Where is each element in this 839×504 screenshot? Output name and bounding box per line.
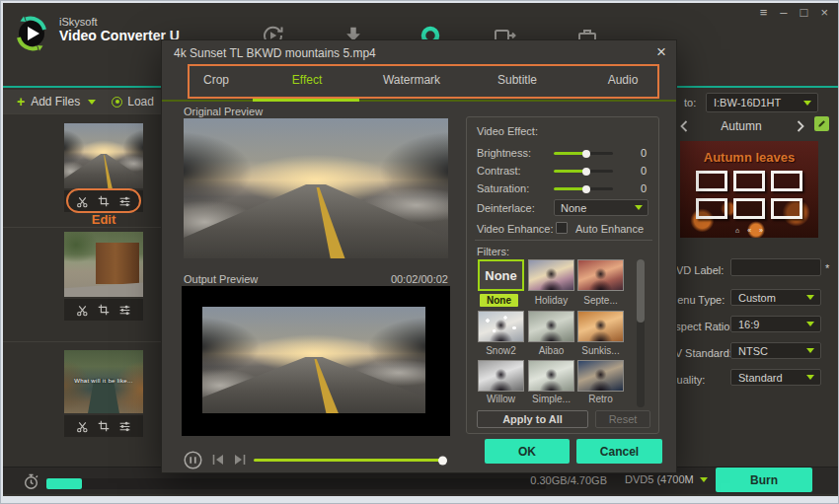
load-button[interactable]: Load [127,95,154,108]
menu-frame [696,171,727,191]
tab-effect[interactable]: Effect [292,73,322,87]
filter-september[interactable] [577,259,624,291]
tv-standard-value: NTSC [738,345,768,357]
tab-subtitle[interactable]: Subtitle [497,73,537,87]
window-frame: ≡ – □ × iSkysoft Video Converter U [0,0,839,504]
add-files-dropdown-icon[interactable] [88,100,96,105]
filter-snow2[interactable] [478,311,524,342]
tab-crop[interactable]: Crop [203,73,229,87]
disc-type-value: DVD5 (4700M [625,473,694,485]
filter-label: Holiday [527,295,575,306]
dvd-menu-controls: ⌂ « » [680,227,818,235]
reset-button[interactable]: Reset [595,410,650,428]
crop-icon[interactable] [98,420,110,432]
cut-icon[interactable] [76,420,89,433]
slider-thumb[interactable] [582,168,590,176]
disc-type-select[interactable]: DVD5 (4700M [625,473,708,485]
thumbnail-caption: What will it be like... [64,378,143,384]
scrollbar-thumb[interactable] [637,259,645,323]
apply-to-all-button[interactable]: Apply to All [477,410,588,428]
aspect-ratio-select[interactable]: 16:9 [730,316,821,332]
playback-time: 00:02/00:02 [340,273,448,285]
brightness-slider[interactable] [554,152,613,155]
filter-willow[interactable] [478,360,524,392]
filter-label: Sunkis... [576,345,625,356]
edit-callout-label: Edit [64,212,143,227]
crop-icon[interactable] [98,304,110,316]
contrast-value: 0 [623,165,647,177]
quality-select[interactable]: Standard [730,369,821,386]
add-files-bar: + Add Files Load [3,90,161,113]
ok-button[interactable]: OK [485,439,570,464]
menu-frame [771,198,802,219]
aspect-ratio-value: 16:9 [738,319,759,330]
tab-audio[interactable]: Audio [608,73,639,87]
filter-retro[interactable] [577,360,624,392]
edit-tools-callout [66,188,141,213]
theme-next-icon[interactable] [797,120,804,132]
deinterlace-label: Deinterlace: [477,202,535,214]
item3-tools [64,415,143,437]
minimize-icon[interactable]: – [780,6,787,20]
dialog-close-icon[interactable]: × [656,42,666,62]
video-thumbnail-2[interactable] [64,232,143,297]
dvd-label-input[interactable] [730,258,821,276]
tv-standard-select[interactable]: NTSC [730,342,821,359]
divider [475,240,652,241]
next-frame-icon[interactable] [233,454,247,466]
chevron-down-icon [806,322,814,326]
add-files-button[interactable]: Add Files [31,95,80,108]
seek-slider[interactable] [254,459,446,462]
active-tab-underline [253,99,359,102]
output-preview-video [202,307,425,413]
seek-thumb[interactable] [438,456,447,465]
dvd-menu-preview[interactable]: Autumn leaves ⌂ « » [680,141,818,238]
adjust-icon[interactable] [118,420,131,433]
filter-sunkissed[interactable] [577,311,624,342]
filter-aibao[interactable] [528,311,574,342]
menu-frame [733,198,765,219]
edit-theme-icon[interactable] [814,116,829,131]
deinterlace-select[interactable]: None [554,199,648,216]
divider [3,341,161,342]
pause-icon[interactable] [184,451,202,469]
tv-standard-label: TV Standard: [668,347,732,359]
slider-thumb[interactable] [582,185,590,193]
item2-tools [64,299,143,321]
close-icon[interactable]: × [820,6,828,20]
prev-frame-icon[interactable] [211,454,225,466]
output-preview-container [182,286,450,436]
filter-label: Aibao [527,345,575,356]
chevron-down-icon [700,477,708,482]
effect-panel: Video Effect: Brightness: 0 Contrast: 0 … [466,116,659,434]
adjust-icon[interactable] [118,304,131,317]
filter-none[interactable]: None [478,259,524,291]
brightness-label: Brightness: [477,147,531,159]
deinterlace-value: None [561,202,586,214]
burn-device-select[interactable]: I:BW-16D1HT [706,93,818,112]
tab-watermark[interactable]: Watermark [383,73,440,87]
menu-type-select[interactable]: Custom [730,289,821,306]
video-thumbnail-3[interactable]: What will it be like... [64,350,143,413]
menu-icon[interactable]: ≡ [760,6,768,20]
slider-thumb[interactable] [582,150,590,158]
filter-simple[interactable] [528,360,574,392]
window-controls: ≡ – □ × [760,6,828,20]
tab-underline-track [162,100,676,102]
video-thumbnail-1[interactable] [64,123,143,188]
chevron-down-icon [806,375,814,380]
burn-button[interactable]: Burn [716,468,812,492]
theme-prev-icon[interactable] [680,120,688,132]
selected-filter-badge: None [480,294,518,307]
filters-scrollbar[interactable] [637,259,645,407]
filter-holiday[interactable] [528,259,574,291]
cancel-button[interactable]: Cancel [576,439,662,464]
disc-usage: 0.30GB/4.70GB [496,474,607,486]
load-icon [112,97,122,108]
saturation-slider[interactable] [554,187,613,190]
contrast-slider[interactable] [554,170,613,173]
maximize-icon[interactable]: □ [801,6,808,20]
filter-label: Willow [477,394,525,404]
auto-enhance-checkbox[interactable] [556,222,568,234]
cut-icon[interactable] [76,304,89,317]
